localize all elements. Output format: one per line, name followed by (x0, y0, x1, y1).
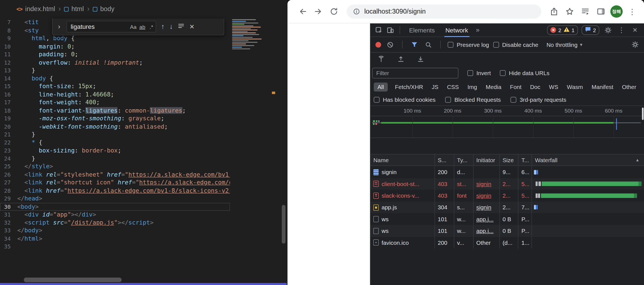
initiator-link[interactable]: app.j... (476, 216, 493, 223)
code-line[interactable]: 9 html, body { (0, 34, 230, 42)
code-line[interactable]: 13 } (0, 67, 230, 75)
vertical-scrollbar-thumb[interactable] (282, 205, 285, 243)
network-conditions-icon[interactable] (376, 54, 386, 64)
blocked-requests-checkbox[interactable]: Blocked Requests (445, 96, 501, 103)
initiator-link[interactable]: signin (476, 204, 491, 211)
code-line[interactable]: 17 font-weight: 400; (0, 99, 230, 107)
request-name-cell[interactable]: ws (371, 213, 435, 225)
disable-cache-checkbox[interactable]: Disable cache (493, 41, 538, 48)
kebab-menu-icon[interactable]: ⋮ (626, 5, 638, 17)
initiator-link[interactable]: signin (476, 181, 491, 187)
network-request-row[interactable]: Tslack-icons-v...403fontsignin2...5... (371, 190, 644, 202)
invert-checkbox[interactable]: Invert (467, 70, 491, 77)
code-line[interactable]: 21 } (0, 131, 230, 139)
code-line[interactable]: 12 overflow: initial !important; (0, 58, 230, 67)
next-match-icon[interactable]: ↓ (169, 22, 173, 31)
checkbox[interactable] (500, 70, 506, 76)
tab-elements[interactable]: Elements (408, 23, 436, 37)
find-in-selection-icon[interactable] (178, 22, 184, 31)
inspect-element-icon[interactable] (374, 25, 384, 35)
code-line[interactable]: 24 } (0, 155, 230, 163)
initiator-link[interactable]: signin (476, 192, 491, 199)
preserve-log-checkbox[interactable]: Preserve log (448, 41, 489, 48)
side-panel-icon[interactable] (595, 5, 607, 17)
more-tabs-icon[interactable]: » (476, 26, 480, 34)
type-filter-js[interactable]: JS (430, 83, 440, 92)
clear-icon[interactable] (385, 40, 395, 50)
column-header-t[interactable]: T... (519, 154, 532, 166)
close-icon[interactable]: ✕ (630, 25, 640, 35)
network-request-row[interactable]: ws101w...app.j...0 BP... (371, 225, 644, 237)
device-toolbar-icon[interactable] (385, 25, 395, 35)
code-line[interactable]: 14 body { (0, 75, 230, 83)
whole-word-icon[interactable]: ab (138, 24, 147, 30)
breadcrumb-symbol-html[interactable]: html (72, 5, 84, 13)
type-filter-other[interactable]: Other (621, 83, 638, 92)
filter-funnel-icon[interactable] (409, 40, 419, 50)
network-settings-gear-icon[interactable] (630, 40, 640, 50)
code-line[interactable]: 26 <link rel="stylesheet" href="https://… (0, 171, 230, 179)
code-line[interactable]: 25 </style> (0, 163, 230, 171)
checkbox[interactable] (445, 97, 451, 103)
horizontal-scrollbar-thumb[interactable] (24, 278, 121, 282)
profile-avatar[interactable]: 정해 (610, 5, 623, 17)
match-case-icon[interactable]: Aa (129, 24, 138, 30)
network-request-row[interactable]: ws101w...app.j...0 BP... (371, 213, 644, 225)
checkbox[interactable] (493, 42, 499, 47)
code-line[interactable]: 19 -moz-osx-font-smoothing: grayscale; (0, 114, 230, 123)
type-filter-wasm[interactable]: Wasm (566, 83, 584, 92)
code-line[interactable]: 10 margin: 0; (0, 42, 230, 50)
checkbox[interactable] (467, 70, 473, 76)
share-icon[interactable] (548, 5, 560, 17)
code-line[interactable]: 22 * { (0, 139, 230, 147)
type-filter-css[interactable]: CSS (446, 83, 460, 92)
type-filter-all[interactable]: All (374, 83, 388, 92)
network-request-row[interactable]: client-boot-st...403st...signin2...5... (371, 178, 644, 190)
network-request-row[interactable]: app.js304s...signin2...7... (371, 202, 644, 213)
column-header-name[interactable]: Name (371, 154, 435, 166)
has-blocked-cookies-checkbox[interactable]: Has blocked cookies (374, 96, 436, 103)
initiator-link[interactable]: app.j... (476, 228, 493, 234)
address-bar[interactable]: localhost:3090/signin (347, 4, 541, 18)
export-har-icon[interactable] (416, 54, 426, 64)
code-line[interactable]: 31 <div id="app"></div> (0, 211, 230, 219)
column-header-initiator[interactable]: Initiator (473, 154, 500, 166)
regex-icon[interactable]: .* (147, 24, 156, 30)
info-icon[interactable] (353, 7, 361, 16)
breadcrumb-file[interactable]: index.html (25, 5, 55, 13)
code-line[interactable]: 11 padding: 0; (0, 50, 230, 58)
devtools-scrollbar-thumb[interactable] (642, 108, 644, 120)
back-icon[interactable] (296, 5, 309, 17)
type-filter-ws[interactable]: WS (548, 83, 559, 92)
code-line[interactable]: 16 line-height: 1.46668; (0, 91, 230, 99)
network-request-row[interactable]: favicon.ico200v...Other(d...1... (371, 237, 644, 248)
tab-network[interactable]: Network (444, 23, 469, 37)
breadcrumb-symbol-body[interactable]: body (100, 5, 114, 13)
type-filter-media[interactable]: Media (485, 83, 503, 92)
column-header-ty[interactable]: Ty... (454, 154, 473, 166)
request-name-cell[interactable]: client-boot-st... (371, 178, 435, 190)
code-line[interactable]: 23 box-sizing: border-box; (0, 147, 230, 155)
code-line[interactable]: 20 -webkit-font-smoothing: antialiased; (0, 123, 230, 131)
settings-gear-icon[interactable] (603, 25, 613, 35)
code-line[interactable]: 34</html> (0, 235, 230, 243)
type-filter-manifest[interactable]: Manifest (590, 83, 614, 92)
type-filter-img[interactable]: Img (466, 83, 478, 92)
code-line[interactable]: 30<body> (0, 203, 230, 211)
code-line[interactable]: 27 <link rel="shortcut icon" href="https… (0, 179, 230, 187)
forward-icon[interactable] (312, 5, 324, 17)
throttling-dropdown[interactable]: No throttling ▾ (546, 41, 582, 48)
code-line[interactable]: 18 font-variant-ligatures: common-ligatu… (0, 106, 230, 114)
checkbox[interactable] (374, 97, 380, 103)
console-errors-badge[interactable]: ✕ 2 1 (547, 25, 578, 35)
type-filter-fetch-xhr[interactable]: Fetch/XHR (394, 83, 424, 92)
code-line[interactable]: 33</body> (0, 227, 230, 235)
type-filter-doc[interactable]: Doc (529, 83, 542, 92)
code-line[interactable]: 35 (0, 243, 230, 251)
type-filter-font[interactable]: Font (509, 83, 523, 92)
code-line[interactable]: 15 font-size: 15px; (0, 83, 230, 91)
code-area[interactable]: 7 <tit8 <sty9 html, body {10 margin: 0;1… (0, 19, 230, 251)
import-har-icon[interactable] (396, 54, 406, 64)
request-name-cell[interactable]: Tslack-icons-v... (371, 190, 435, 202)
column-header-waterfall[interactable]: Waterfall▲ (532, 154, 644, 166)
